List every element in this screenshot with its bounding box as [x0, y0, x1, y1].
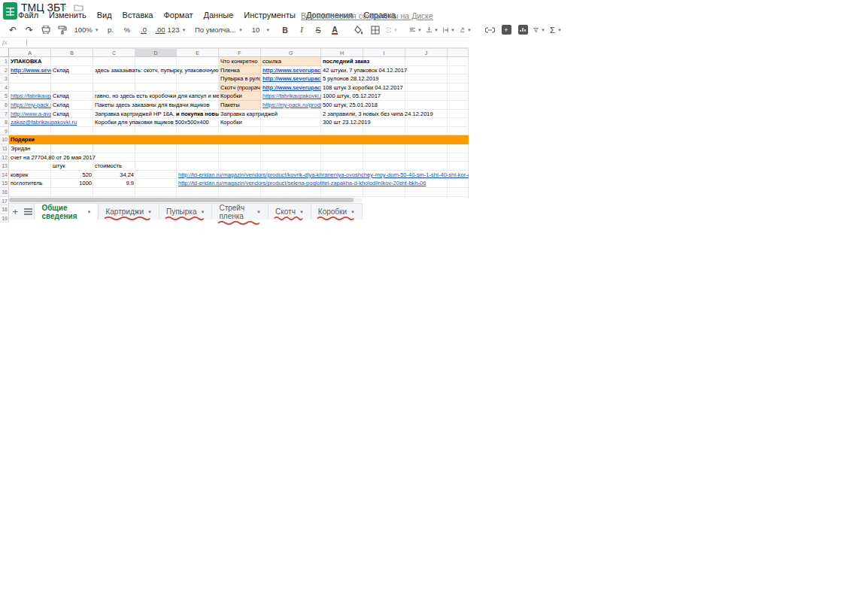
cell-value-F6[interactable]: Пакеты: [219, 101, 261, 110]
cell-value-F3[interactable]: Пупырка в руло: [219, 74, 261, 83]
cell-value-G1[interactable]: ссылка: [261, 57, 321, 66]
cell-D13[interactable]: [135, 162, 177, 171]
tab-dropdown-icon[interactable]: ▼: [147, 210, 152, 214]
bold-button[interactable]: B: [279, 24, 291, 36]
cell-value-A5[interactable]: https://fabrikaupa: [9, 92, 51, 101]
cell-value-G4[interactable]: http://www.severupack: [261, 83, 321, 92]
tab-dropdown-icon[interactable]: ▼: [351, 210, 355, 214]
menu-2[interactable]: Изменить: [49, 11, 86, 22]
row-header-10[interactable]: 10: [0, 135, 9, 144]
cell-J13[interactable]: [405, 162, 448, 171]
cell-A4[interactable]: [9, 83, 51, 92]
cell-value-H3[interactable]: 5 рулонов 28.12.2019: [321, 74, 448, 83]
cell-A16[interactable]: [9, 188, 51, 197]
cell-D4[interactable]: [135, 83, 177, 92]
cell-J17[interactable]: [405, 197, 448, 198]
sheet-tab-5[interactable]: Скотч▼: [269, 204, 311, 220]
cell-K1[interactable]: [448, 57, 469, 66]
sheet-tab-4[interactable]: Стрейч пленка▼: [212, 204, 269, 220]
cell-value-C14[interactable]: 34,24: [93, 171, 135, 180]
cell-B9[interactable]: [51, 127, 93, 136]
column-header-H[interactable]: H: [321, 48, 363, 57]
column-header-B[interactable]: B: [51, 48, 93, 57]
cell-H9[interactable]: [321, 127, 363, 136]
cell-K5[interactable]: [448, 92, 469, 101]
row-header-2[interactable]: 2: [0, 66, 9, 75]
cell-K12[interactable]: [448, 153, 469, 162]
tab-dropdown-icon[interactable]: ▼: [299, 210, 304, 214]
cell-K3[interactable]: [448, 74, 469, 83]
column-header-J[interactable]: J: [405, 48, 448, 57]
cell-H13[interactable]: [321, 162, 363, 171]
cell-B3[interactable]: [51, 74, 93, 83]
row-header-13[interactable]: 13: [0, 162, 9, 171]
cell-K13[interactable]: [448, 162, 469, 171]
cell-D16[interactable]: [135, 188, 177, 197]
cell-H16[interactable]: [321, 188, 363, 197]
cell-E9[interactable]: [177, 127, 219, 136]
row-header-19[interactable]: 19: [0, 214, 9, 223]
merge-cells-icon[interactable]: ▼: [386, 24, 398, 36]
paint-format-icon[interactable]: [56, 24, 68, 36]
functions-button[interactable]: Σ▼: [550, 24, 562, 36]
cell-F12[interactable]: [219, 153, 261, 162]
cell-value-H5[interactable]: 1000 штук, 05.12.2017: [321, 92, 448, 101]
strikethrough-button[interactable]: S: [312, 24, 324, 36]
cell-E1[interactable]: [177, 57, 219, 66]
menu-6[interactable]: Данные: [204, 11, 234, 22]
cell-B1[interactable]: [51, 57, 93, 66]
currency-format-button[interactable]: р.: [105, 24, 117, 36]
cell-value-C2[interactable]: здесь заказывать: скотч, пупырку, упаков…: [93, 66, 219, 75]
cell-value-A11[interactable]: Эридан: [9, 144, 93, 153]
cell-value-H7[interactable]: 2 заправили, 3 новых без чипа 24.12.2019: [321, 110, 448, 119]
cell-I17[interactable]: [363, 197, 405, 198]
cell-value-A15[interactable]: поглотитель: [9, 179, 51, 188]
column-header-D[interactable]: D: [135, 48, 177, 57]
zoom-select[interactable]: 100%▼: [80, 24, 93, 36]
cell-value-G3[interactable]: http://www.severupack: [261, 74, 321, 83]
cell-value-F7[interactable]: Заправка картриджей: [219, 110, 321, 119]
cell-F9[interactable]: [219, 127, 261, 136]
cell-K9[interactable]: [448, 127, 469, 136]
cell-J16[interactable]: [405, 188, 448, 197]
print-icon[interactable]: [40, 24, 52, 36]
cell-F16[interactable]: [219, 188, 261, 197]
select-all-corner[interactable]: [0, 48, 9, 57]
menu-1[interactable]: Файл: [18, 11, 38, 22]
cell-value-A7[interactable]: http://www.a-ava: [9, 110, 51, 119]
cell-value-B2[interactable]: Склад: [51, 66, 93, 75]
cell-value-C7[interactable]: Заправка картриджей HP 18А, и покупка но…: [93, 110, 219, 119]
row-header-16[interactable]: 16: [0, 188, 9, 197]
row-header-17[interactable]: 17: [0, 197, 9, 206]
column-header-C[interactable]: C: [93, 48, 135, 57]
cell-value-C13[interactable]: стоимость: [93, 162, 135, 171]
cell-value-A10[interactable]: Подарки: [9, 135, 51, 144]
cell-A9[interactable]: [9, 127, 51, 136]
cell-value-A1[interactable]: УПАКОВКА: [9, 57, 51, 66]
cell-value-C5[interactable]: гавно, но здесь есть коробочки для капсу…: [93, 92, 219, 101]
cell-value-A14[interactable]: коврик: [9, 171, 51, 180]
cell-value-C15[interactable]: 9.9: [93, 179, 135, 188]
cell-value-G5[interactable]: https://fabrikaupakovki.r: [261, 92, 321, 101]
italic-button[interactable]: I: [296, 24, 308, 36]
cell-G8[interactable]: [261, 118, 321, 127]
cell-value-H6[interactable]: 500 штук, 25.01.2018: [321, 101, 448, 110]
cell-D3[interactable]: [135, 74, 177, 83]
menu-7[interactable]: Инструменты: [244, 11, 296, 22]
cell-value-E14[interactable]: http://td-eridan.ru/magazin/vendors/prod…: [177, 171, 469, 180]
sheet-tab-2[interactable]: Картриджи▼: [99, 204, 159, 220]
cell-value-C8[interactable]: Коробки для упаковки ящиков 500х500х400: [93, 118, 219, 127]
cell-F11[interactable]: [219, 144, 261, 153]
cell-H12[interactable]: [321, 153, 363, 162]
cell-value-H8[interactable]: 300 шт 23.12.2019: [321, 118, 448, 127]
cell-I11[interactable]: [363, 144, 405, 153]
horizontal-scrollbar[interactable]: [9, 198, 363, 202]
cell-B4[interactable]: [51, 83, 93, 92]
save-status-link[interactable]: Все изменения сохранены на Диске: [301, 11, 433, 20]
column-header-G[interactable]: G: [261, 48, 321, 57]
text-rotation-icon[interactable]: ▼: [460, 24, 472, 36]
cell-G16[interactable]: [261, 188, 321, 197]
cell-E12[interactable]: [177, 153, 219, 162]
cell-E13[interactable]: [177, 162, 219, 171]
cell-E3[interactable]: [177, 74, 219, 83]
